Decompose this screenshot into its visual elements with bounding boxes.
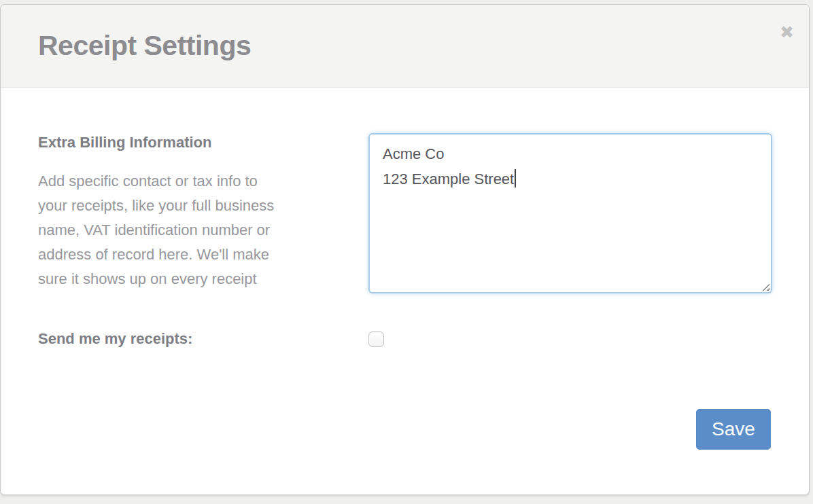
send-receipts-label-column: Send me my receipts: — [38, 329, 330, 348]
textarea-line-text: Acme Co — [383, 145, 444, 162]
resize-handle-icon[interactable] — [760, 281, 769, 291]
send-receipts-section: Send me my receipts: — [38, 329, 809, 348]
description-line: your receipts, like your full business — [38, 194, 330, 218]
text-caret — [515, 169, 516, 187]
modal-body: Extra Billing Information Add specific c… — [1, 88, 809, 494]
save-button[interactable]: Save — [696, 409, 771, 450]
modal-header: Receipt Settings ✖ — [1, 5, 809, 88]
extra-billing-section: Extra Billing Information Add specific c… — [38, 133, 809, 293]
send-receipts-label: Send me my receipts: — [38, 329, 330, 348]
textarea-line: 123 Example Street — [383, 166, 758, 192]
description-line: name, VAT identification number or — [38, 218, 330, 242]
description-line: address of record here. We'll make — [38, 242, 330, 267]
modal-title: Receipt Settings — [38, 30, 251, 62]
description-line: Add specific contact or tax info to — [38, 169, 330, 194]
close-icon[interactable]: ✖ — [780, 24, 794, 41]
send-receipts-checkbox[interactable] — [368, 331, 384, 347]
receipt-settings-modal: Receipt Settings ✖ Extra Billing Informa… — [0, 4, 810, 495]
description-line: sure it shows up on every receipt — [38, 267, 330, 291]
textarea-line: Acme Co — [383, 141, 758, 166]
extra-billing-label: Extra Billing Information — [38, 133, 330, 152]
extra-billing-textarea[interactable]: Acme Co 123 Example Street — [368, 133, 772, 293]
extra-billing-text-column: Extra Billing Information Add specific c… — [38, 133, 330, 291]
extra-billing-description: Add specific contact or tax info to your… — [38, 169, 330, 291]
textarea-line-text: 123 Example Street — [383, 170, 514, 187]
